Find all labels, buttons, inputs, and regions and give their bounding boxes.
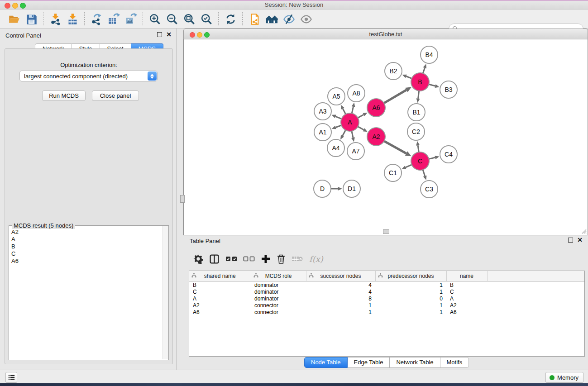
select-all-checkboxes-icon[interactable] bbox=[225, 256, 237, 262]
edge-B-B2[interactable] bbox=[406, 76, 411, 78]
export-network-icon[interactable] bbox=[89, 12, 104, 26]
optimization-criterion-dropdown[interactable]: largest connected component (directed) bbox=[19, 71, 158, 81]
table-cell[interactable]: A6 bbox=[446, 309, 487, 315]
import-table-icon[interactable] bbox=[65, 12, 80, 26]
mcds-result-list[interactable]: A2ABCA6 bbox=[10, 229, 163, 359]
new-network-from-selection-icon[interactable] bbox=[247, 12, 262, 26]
table-cell[interactable]: 1 bbox=[375, 302, 446, 309]
table-row[interactable]: A6connector11A6 bbox=[189, 309, 584, 315]
resize-grip-icon[interactable] bbox=[580, 228, 587, 234]
table-cell[interactable]: B bbox=[189, 281, 251, 289]
edge-C-C3[interactable] bbox=[423, 170, 425, 176]
table-options-gear-icon[interactable] bbox=[193, 254, 203, 264]
column-header-successor-nodes[interactable]: successor nodes bbox=[306, 271, 375, 281]
table-cell[interactable]: A bbox=[189, 295, 251, 302]
deselect-all-checkboxes-icon[interactable] bbox=[243, 256, 255, 262]
edge-A-A4[interactable] bbox=[343, 130, 346, 136]
delete-table-icon[interactable] bbox=[292, 255, 303, 262]
mcds-result-item[interactable]: A bbox=[11, 236, 163, 243]
show-columns-icon[interactable] bbox=[209, 254, 220, 264]
table-cell[interactable]: connector bbox=[251, 309, 306, 315]
mcds-result-item[interactable]: B bbox=[11, 243, 163, 250]
edge-A-A7[interactable] bbox=[352, 131, 353, 138]
table-row[interactable]: A2connector11A2 bbox=[189, 302, 584, 309]
table-cell[interactable]: 4 bbox=[306, 288, 375, 295]
vertical-scroll-thumb[interactable] bbox=[180, 195, 185, 203]
table-cell[interactable]: 1 bbox=[375, 288, 446, 295]
open-session-icon[interactable] bbox=[6, 12, 22, 26]
edge-B-B1[interactable] bbox=[418, 91, 419, 99]
table-cell[interactable]: 0 bbox=[375, 295, 446, 302]
network-window-title-bar[interactable]: testGlobe.txt bbox=[183, 29, 588, 39]
table-cell[interactable]: connector bbox=[251, 302, 306, 309]
column-header-name[interactable]: name bbox=[446, 271, 487, 281]
table-cell[interactable]: 1 bbox=[306, 309, 375, 315]
table-row[interactable]: Adominator80A bbox=[189, 295, 584, 302]
edge-C-C4[interactable] bbox=[429, 157, 435, 159]
table-cell[interactable]: dominator bbox=[251, 295, 306, 302]
edge-C-C1[interactable] bbox=[406, 165, 412, 167]
edge-A-A3[interactable] bbox=[335, 116, 341, 119]
task-history-button[interactable] bbox=[5, 372, 17, 383]
export-image-icon[interactable] bbox=[123, 12, 139, 26]
save-session-icon[interactable] bbox=[24, 12, 39, 26]
zoom-in-icon[interactable] bbox=[147, 12, 163, 26]
table-cell[interactable]: 1 bbox=[375, 281, 446, 289]
edge-A-A6[interactable] bbox=[358, 114, 364, 118]
table-cell[interactable]: A2 bbox=[446, 302, 487, 309]
edge-B-B3[interactable] bbox=[429, 84, 435, 86]
edge-A-A2[interactable] bbox=[358, 127, 364, 130]
table-row[interactable]: Cdominator41C bbox=[189, 288, 584, 295]
home-networks-icon[interactable] bbox=[264, 12, 279, 26]
table-cell[interactable]: 4 bbox=[306, 281, 375, 289]
float-panel-icon[interactable] bbox=[157, 32, 162, 37]
tab-motifs[interactable]: Motifs bbox=[440, 357, 469, 368]
memory-button[interactable]: Memory bbox=[545, 372, 583, 383]
delete-columns-trash-icon[interactable] bbox=[277, 254, 286, 264]
mcds-result-item[interactable]: A2 bbox=[11, 229, 163, 236]
table-cell[interactable]: C bbox=[446, 288, 487, 295]
column-header-predecessor-nodes[interactable]: predecessor nodes bbox=[375, 271, 446, 281]
network-graph[interactable]: AA1A2A3A4A5A6A7A8BB1B2B3B4CC1C2C3C4DD1 bbox=[184, 39, 587, 234]
function-builder-icon[interactable]: f(x) bbox=[309, 254, 323, 264]
float-table-panel-icon[interactable] bbox=[568, 238, 573, 243]
table-cell[interactable]: A bbox=[446, 295, 487, 302]
import-network-icon[interactable] bbox=[48, 12, 63, 26]
table-cell[interactable]: C bbox=[189, 288, 251, 295]
close-table-panel-icon[interactable]: ✕ bbox=[577, 238, 583, 242]
table-row[interactable]: Bdominator41B bbox=[189, 281, 584, 289]
table-cell[interactable]: dominator bbox=[251, 281, 306, 289]
create-column-plus-icon[interactable] bbox=[261, 254, 271, 264]
edge-A-A8[interactable] bbox=[352, 107, 353, 114]
node-table[interactable]: shared nameMCDS rolesuccessor nodesprede… bbox=[189, 271, 585, 357]
horizontal-scroll-thumb[interactable] bbox=[383, 229, 389, 234]
table-cell[interactable]: 8 bbox=[306, 295, 375, 302]
table-cell[interactable]: dominator bbox=[251, 288, 306, 295]
mcds-result-scrollbar[interactable] bbox=[163, 226, 168, 359]
zoom-selected-icon[interactable] bbox=[199, 12, 214, 26]
table-cell[interactable]: B bbox=[446, 281, 487, 289]
show-eye-icon[interactable] bbox=[298, 12, 314, 26]
export-table-icon[interactable] bbox=[106, 12, 121, 26]
mcds-result-item[interactable]: A6 bbox=[11, 257, 163, 265]
zoom-out-icon[interactable] bbox=[164, 12, 180, 26]
hide-panel-eye-icon[interactable] bbox=[281, 12, 296, 26]
column-header-MCDS-role[interactable]: MCDS role bbox=[251, 271, 306, 281]
table-cell[interactable]: A6 bbox=[189, 309, 251, 315]
close-panel-icon[interactable]: ✕ bbox=[166, 33, 172, 37]
edge-A6-B[interactable] bbox=[384, 90, 406, 103]
tab-node-table[interactable]: Node Table bbox=[304, 357, 348, 368]
zoom-fit-icon[interactable] bbox=[182, 12, 197, 26]
tab-edge-table[interactable]: Edge Table bbox=[348, 357, 390, 368]
column-header-shared-name[interactable]: shared name bbox=[189, 271, 251, 281]
edge-B-B4[interactable] bbox=[423, 68, 425, 73]
edge-A2-C[interactable] bbox=[384, 141, 406, 153]
table-cell[interactable]: 1 bbox=[306, 302, 375, 309]
close-panel-button[interactable]: Close panel bbox=[92, 91, 139, 101]
refresh-layout-icon[interactable] bbox=[223, 12, 238, 26]
mcds-result-item[interactable]: C bbox=[11, 250, 163, 257]
run-mcds-button[interactable]: Run MCDS bbox=[42, 91, 86, 101]
edge-A-A1[interactable] bbox=[336, 125, 342, 128]
table-cell[interactable]: 1 bbox=[375, 309, 446, 315]
tab-network-table[interactable]: Network Table bbox=[390, 357, 440, 368]
